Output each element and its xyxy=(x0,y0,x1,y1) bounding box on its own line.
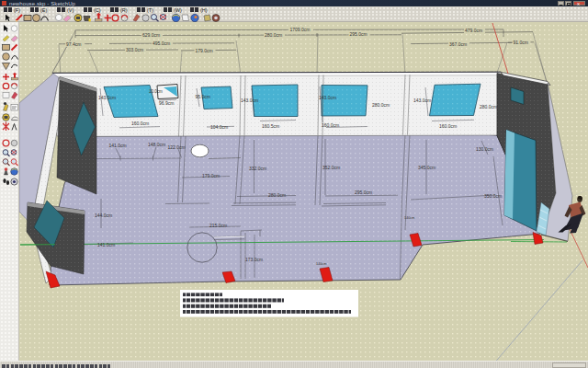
svg-text:215.0cm: 215.0cm xyxy=(209,223,227,228)
svg-text:629.0cm: 629.0cm xyxy=(142,32,160,38)
svg-text:141.0cm: 141.0cm xyxy=(97,242,115,247)
svg-text:280.0cm: 280.0cm xyxy=(480,104,497,109)
svg-text:332.0cm: 332.0cm xyxy=(249,166,266,171)
svg-text:97.4cm: 97.4cm xyxy=(66,41,81,47)
svg-text:280.0cm: 280.0cm xyxy=(268,192,286,198)
svg-text:160.0cm: 160.0cm xyxy=(439,123,457,129)
svg-text:144.0cm: 144.0cm xyxy=(95,213,112,218)
svg-text:10.0cm: 10.0cm xyxy=(149,89,163,94)
svg-text:160.5cm: 160.5cm xyxy=(262,123,279,129)
svg-text:495.0cm: 495.0cm xyxy=(153,40,170,46)
svg-text:173.0cm: 173.0cm xyxy=(245,257,263,262)
svg-text:295.0cm: 295.0cm xyxy=(350,31,368,37)
svg-text:280.0cm: 280.0cm xyxy=(265,32,282,38)
svg-text:148.0cm: 148.0cm xyxy=(148,142,165,147)
svg-text:130.0cm: 130.0cm xyxy=(476,146,493,152)
svg-text:345.0cm: 345.0cm xyxy=(418,165,435,170)
svg-text:143.0cm: 143.0cm xyxy=(319,95,336,100)
svg-text:160.0cm: 160.0cm xyxy=(131,121,149,126)
svg-text:179.0cm: 179.0cm xyxy=(202,173,220,178)
svg-text:95.0cm: 95.0cm xyxy=(196,94,210,99)
svg-text:91.0cm: 91.0cm xyxy=(514,40,528,45)
svg-text:367.0cm: 367.0cm xyxy=(449,41,467,47)
svg-text:96.9cm: 96.9cm xyxy=(159,100,174,106)
svg-text:122.0cm: 122.0cm xyxy=(168,144,186,150)
svg-text:160.0cm: 160.0cm xyxy=(322,122,339,128)
svg-text:350.0cm: 350.0cm xyxy=(484,193,502,199)
svg-text:352.0cm: 352.0cm xyxy=(322,165,340,170)
svg-text:104.0cm: 104.0cm xyxy=(210,124,228,130)
svg-text:1709.0cm: 1709.0cm xyxy=(290,27,311,32)
svg-text:295.0cm: 295.0cm xyxy=(355,190,372,195)
svg-text:280.0cm: 280.0cm xyxy=(372,102,390,108)
svg-text:140cm: 140cm xyxy=(316,262,326,266)
svg-text:141.0cm: 141.0cm xyxy=(109,143,127,148)
svg-text:143.0cm: 143.0cm xyxy=(98,95,116,100)
svg-text:140cm: 140cm xyxy=(404,216,414,220)
svg-text:303.0cm: 303.0cm xyxy=(126,47,143,52)
svg-text:143.0cm: 143.0cm xyxy=(413,98,431,103)
svg-text:179.0cm: 179.0cm xyxy=(196,48,213,53)
svg-text:479.0cm: 479.0cm xyxy=(465,28,482,33)
svg-text:143.0cm: 143.0cm xyxy=(241,98,258,103)
